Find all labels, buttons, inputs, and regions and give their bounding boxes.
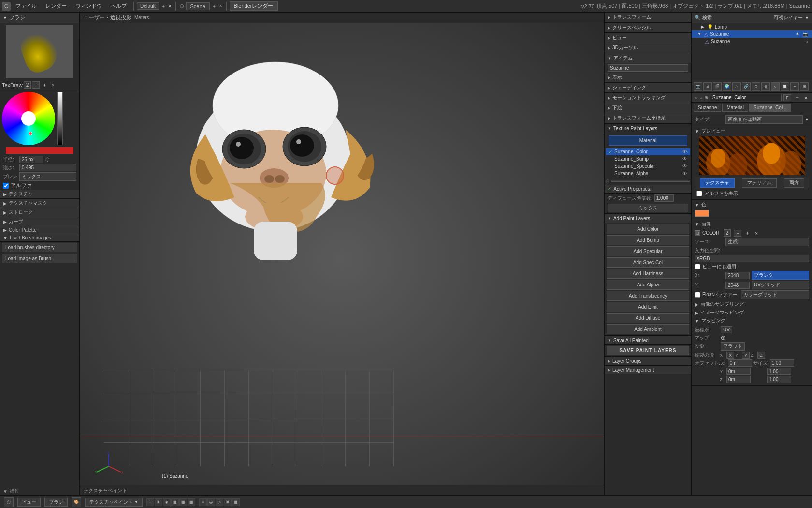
snap-icon5[interactable]: ▦ (179, 498, 187, 506)
texdraw-f[interactable]: F (32, 81, 40, 89)
section-colorpalette[interactable]: ▶ Color Palette (0, 226, 79, 234)
texdraw-x[interactable]: × (50, 82, 56, 88)
load-image-brush-button[interactable]: Load Image as Brush (2, 254, 77, 263)
material-button[interactable]: Material (609, 135, 687, 146)
diffuse-value[interactable]: 1.000 (654, 194, 674, 202)
render-icon[interactable]: 📷 (803, 32, 808, 37)
y-size-val[interactable]: 1.00 (767, 368, 791, 375)
offset-x-value[interactable]: 0m (728, 359, 752, 367)
add-ambient-button[interactable]: Add Ambient (607, 324, 689, 334)
tex-type-down[interactable]: ▼ (805, 117, 809, 122)
view-icon3[interactable]: ▷ (216, 498, 223, 506)
section-texture[interactable]: ▶ テクスチャ (0, 190, 79, 199)
float-buf-checkbox[interactable] (695, 292, 700, 298)
color-wheel[interactable] (2, 92, 55, 145)
strength-value[interactable]: 0.495 (19, 164, 76, 171)
z-size-val[interactable]: 1.00 (767, 376, 791, 383)
section-texmask[interactable]: ▶ テクスチャマスク (0, 199, 79, 208)
snap-icon4[interactable]: ▦ (171, 498, 179, 506)
eye-icon[interactable]: 👁 (796, 32, 800, 37)
mix-value[interactable]: ミックス (608, 204, 688, 212)
snap-icon3[interactable]: ◈ (163, 498, 171, 506)
preview-header[interactable]: ▼ プレビュー (695, 128, 809, 134)
snap-icon2[interactable]: ⊞ (155, 498, 162, 506)
layer-scrollbar[interactable] (611, 180, 690, 182)
y-size-value[interactable]: 2048 (725, 282, 750, 289)
y-type-value[interactable]: UVグリッド (752, 281, 809, 289)
section-motion-tracking[interactable]: ▶ モーショントラッキング (605, 93, 691, 103)
view-icon2[interactable]: ◎ (207, 498, 215, 506)
alpha-checkbox[interactable] (3, 183, 9, 189)
alpha-display-checkbox[interactable] (696, 191, 702, 196)
brightness-slider[interactable] (57, 92, 63, 145)
section-layer-management[interactable]: ▶ Layer Management (605, 366, 691, 374)
props-tab-modifier[interactable]: ⚙ (752, 82, 760, 91)
mat-tab-suzanne[interactable]: Suzanne (694, 104, 721, 112)
snap-icon1[interactable]: ⊕ (146, 498, 154, 506)
outliner-suzanne[interactable]: ▼ △ Suzanne 👁 📷 (692, 30, 812, 38)
view-icon5[interactable]: ▦ (232, 498, 240, 506)
section-item[interactable]: ▼ アイテム (605, 53, 691, 63)
section-transform-coords[interactable]: ▶ トランスフォーム座標系 (605, 113, 691, 123)
layer-eye-0[interactable]: 👁 (682, 149, 687, 154)
layer-suzanne-alpha[interactable]: ✓ Suzanne_Alpha 👁 (606, 170, 690, 177)
basis-value[interactable]: UV (721, 326, 732, 333)
viewport-bg[interactable]: X Y Z (1) Suzanne (80, 23, 604, 495)
layer-suzanne-color[interactable]: ✓ Suzanne_Color 👁 (606, 148, 690, 155)
tex-tab-material[interactable]: マテリアル (742, 178, 777, 188)
tex-type-value[interactable]: 画像または動画 (725, 115, 803, 124)
image-header[interactable]: ▼ 画像 (695, 221, 809, 227)
tex-close[interactable]: × (803, 95, 809, 101)
offset-z-value[interactable]: 0m (726, 376, 751, 383)
add-bump-button[interactable]: Add Bump (607, 235, 689, 245)
props-tab-object[interactable]: △ (732, 82, 741, 91)
tex-tab-both[interactable]: 両方 (784, 178, 804, 188)
section-save-all[interactable]: ▼ Save All Painted (605, 335, 691, 345)
menu-help[interactable]: ヘルプ (107, 1, 130, 11)
section-shading[interactable]: ▶ シェーディング (605, 83, 691, 93)
sampling-header[interactable]: ▶ 画像のサンプリング (695, 299, 809, 308)
proj-value[interactable]: フラット (721, 342, 745, 351)
view-icon4[interactable]: ⊞ (224, 498, 232, 506)
add-translucency-button[interactable]: Add Translucency (607, 291, 689, 301)
props-tab-camera[interactable]: 📷 (694, 82, 702, 91)
props-tab-scene[interactable]: 🎬 (713, 82, 722, 91)
x-size-val[interactable]: 1.00 (770, 359, 794, 367)
view-icon1[interactable]: ○ (199, 498, 207, 506)
section-add-paint-layers[interactable]: ▼ Add Paint Layers (605, 213, 691, 223)
tex-plus[interactable]: ＋ (793, 94, 801, 101)
source-value[interactable]: 生成 (725, 238, 809, 246)
props-tab-render[interactable]: 🖥 (703, 82, 712, 91)
offset-y-value[interactable]: 0m (726, 368, 751, 375)
texdraw-plus[interactable]: ＋ (41, 81, 49, 89)
section-3dcursor[interactable]: ▶ 3Dカーソル (605, 43, 691, 53)
save-paint-layers-button[interactable]: SAVE PAINT LAYERS (607, 346, 689, 355)
section-background[interactable]: ▶ 下絵 (605, 103, 691, 113)
viewport[interactable]: ユーザー・透視投影 Meters (80, 13, 604, 495)
float-buf-value[interactable]: カラーグリッド (741, 290, 809, 299)
color-bar[interactable] (6, 147, 73, 154)
props-tab-world[interactable]: 🌍 (723, 82, 731, 91)
add-hardness-button[interactable]: Add Hardness (607, 269, 689, 279)
menu-render[interactable]: レンダー (42, 1, 71, 11)
add-diffuse-button[interactable]: Add Diffuse (607, 313, 689, 323)
scene-close[interactable]: × (218, 3, 223, 9)
color-swatch[interactable] (695, 210, 709, 217)
bottom-view-button[interactable]: ビュー (17, 498, 41, 507)
props-tab-data[interactable]: ⊕ (761, 82, 770, 91)
layer-eye-3[interactable]: 👁 (682, 171, 687, 176)
section-transform[interactable]: ▶ トランスフォーム (605, 13, 691, 23)
section-display[interactable]: ▶ 表示 (605, 73, 691, 83)
outliner-lamp[interactable]: ▶ 💡 Lamp (692, 23, 812, 30)
mat-tab-material[interactable]: Material (722, 104, 748, 112)
section-greasepencil[interactable]: ▶ グリースペンシル (605, 23, 691, 33)
bottom-brush-button[interactable]: ブラシ (44, 498, 68, 507)
x-size-value[interactable]: 2048 (725, 272, 750, 279)
layout-selector[interactable]: Default (137, 2, 159, 10)
props-tab-texture[interactable]: 🔲 (781, 82, 789, 91)
section-stroke[interactable]: ▶ ストローク (0, 208, 79, 217)
add-color-button[interactable]: Add Color (607, 224, 689, 234)
props-tab-particle[interactable]: ✦ (790, 82, 799, 91)
layout-close[interactable]: × (168, 3, 173, 9)
layout-add[interactable]: ＋ (160, 3, 167, 10)
